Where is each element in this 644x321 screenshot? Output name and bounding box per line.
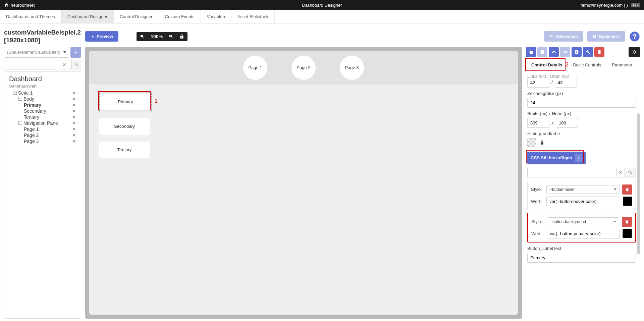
style-value-input[interactable] xyxy=(547,229,620,238)
style-name-select[interactable]: --button-hover xyxy=(546,185,620,194)
canvas-button-primary[interactable]: Primary xyxy=(100,94,151,110)
delete-icon[interactable]: ✕ xyxy=(72,120,76,126)
style-value-input[interactable] xyxy=(546,197,620,206)
right-panel-body: Links (px) / Oben (px) / Zeichengröße (p… xyxy=(526,73,640,319)
nav-bar: Page 1 Page 2 Page 3 xyxy=(89,51,518,85)
paste-button[interactable] xyxy=(537,47,547,57)
style-filter-search-button[interactable] xyxy=(625,168,636,177)
delete-style-button[interactable] xyxy=(622,184,632,195)
style-name-label: Style: xyxy=(531,219,544,224)
pos-left-input[interactable] xyxy=(527,78,549,88)
redo-button[interactable] xyxy=(560,47,570,57)
tree-item-body[interactable]: −Body ✕ xyxy=(9,96,76,102)
fontsize-input[interactable] xyxy=(527,98,636,108)
plus-icon xyxy=(73,50,78,55)
nav-button-page1[interactable]: Page 1 xyxy=(243,56,267,80)
clear-icon[interactable]: ✕ xyxy=(62,62,66,67)
cancel-button[interactable]: ✕ Abbrechen xyxy=(544,31,583,42)
nav-button-page2[interactable]: Page 2 xyxy=(291,56,316,80)
clear-bg-trash-icon[interactable] xyxy=(539,140,545,145)
tree-item-seite1[interactable]: −Seite 1 ✕ xyxy=(9,90,76,96)
delete-button[interactable] xyxy=(594,47,604,57)
navtab-asset-bibliothek[interactable]: Asset Bibliothek xyxy=(231,10,275,23)
tree-item-navpane[interactable]: −Navigation Pane ✕ xyxy=(9,120,76,126)
add-control-button[interactable] xyxy=(70,47,81,58)
double-chevron-right-icon xyxy=(632,49,637,55)
tree-item-tertiary[interactable]: Tertiary ✕ xyxy=(9,114,76,120)
delete-icon[interactable]: ✕ xyxy=(72,126,76,132)
style-filter-input[interactable] xyxy=(527,168,616,177)
collapse-icon[interactable]: − xyxy=(13,91,17,95)
zoom-value: 100% xyxy=(151,34,163,39)
height-input[interactable] xyxy=(556,118,578,128)
collapse-panel-button[interactable] xyxy=(629,47,640,57)
fontsize-label: Zeichengröße (px) xyxy=(527,91,636,96)
navtab-variablen[interactable]: Variablen xyxy=(201,10,231,23)
delete-icon[interactable]: ✕ xyxy=(72,139,76,144)
right-panel: Control Details 2 Basic Controls Paramet… xyxy=(526,47,640,319)
navtab-dashboards-themes[interactable]: Dashboards und Themes xyxy=(0,10,61,23)
undo-button[interactable] xyxy=(549,47,559,57)
control-select[interactable]: (Steuerelement auswählen) xyxy=(4,47,69,58)
navtab-custom-events[interactable]: Custom Events xyxy=(159,10,201,23)
tab-parameter[interactable]: Parameter xyxy=(606,59,638,71)
button-label-text-input[interactable] xyxy=(527,253,636,263)
delete-icon[interactable]: ✕ xyxy=(72,90,76,96)
trash-icon xyxy=(597,50,602,54)
navtab-dashboard-designer[interactable]: Dashboard Designer xyxy=(61,10,114,23)
delete-icon[interactable]: ✕ xyxy=(72,102,76,108)
tree-item-page2[interactable]: Page 2 ✕ xyxy=(9,132,76,138)
canvas-button-secondary[interactable]: Secondary xyxy=(99,118,150,135)
redo-icon xyxy=(563,50,568,54)
delete-icon[interactable]: ✕ xyxy=(72,108,76,114)
tree-item-page3[interactable]: Page 3 ✕ xyxy=(9,138,76,144)
right-tabs: Control Details 2 Basic Controls Paramet… xyxy=(526,59,640,71)
delete-icon[interactable]: ✕ xyxy=(72,96,76,102)
save-button[interactable]: Speichern xyxy=(587,31,625,42)
clear-icon[interactable]: ✕ xyxy=(616,168,625,177)
config-button[interactable] xyxy=(583,47,593,57)
help-icon[interactable]: ? xyxy=(629,31,640,42)
user-label[interactable]: femi@insynergie.com ( ) xyxy=(581,3,628,8)
keyboard-badge-icon[interactable]: A/к xyxy=(631,3,640,7)
navtab-control-designer[interactable]: Control Designer xyxy=(114,10,159,23)
chevron-down-icon xyxy=(63,51,66,53)
tab-basic-controls[interactable]: Basic Controls xyxy=(568,59,606,71)
save-icon xyxy=(593,35,597,39)
style-name-select[interactable]: --button-background xyxy=(547,217,619,226)
tree-item-secondary[interactable]: Secondary ✕ xyxy=(9,108,76,114)
bg-color-swatch[interactable] xyxy=(527,138,536,147)
pos-top-input[interactable] xyxy=(555,78,577,88)
chevron-down-icon xyxy=(614,189,616,190)
add-css-style-button[interactable]: CSS Stil hinzufügen xyxy=(527,152,586,164)
trash-icon xyxy=(625,187,630,192)
copy-button[interactable] xyxy=(526,47,536,57)
scrollbar[interactable] xyxy=(637,113,640,254)
zoom-in-icon[interactable] xyxy=(169,34,173,39)
save-icon xyxy=(574,50,579,54)
collapse-icon[interactable]: − xyxy=(18,97,22,101)
tree-search-button[interactable] xyxy=(72,60,81,69)
color-swatch[interactable] xyxy=(623,197,632,206)
zoom-out-icon[interactable] xyxy=(140,34,145,39)
width-input[interactable] xyxy=(527,118,549,128)
tree-item-page1[interactable]: Page 1 ✕ xyxy=(9,126,76,132)
style-block-hover: Style: --button-hover Wert: xyxy=(527,181,636,210)
canvas-button-tertiary[interactable]: Tertiary xyxy=(99,142,150,158)
tree-item-primary[interactable]: Primary ✕ xyxy=(9,102,76,108)
tab-control-details[interactable]: Control Details xyxy=(526,59,568,71)
nav-button-page3[interactable]: Page 3 xyxy=(340,56,364,80)
home-icon[interactable] xyxy=(4,3,9,7)
preview-button[interactable]: Preview xyxy=(85,31,118,42)
color-swatch[interactable] xyxy=(623,229,632,238)
canvas[interactable]: Page 1 Page 2 Page 3 Primary 1 Secondary… xyxy=(85,47,522,319)
search-icon xyxy=(628,170,633,175)
delete-style-button[interactable] xyxy=(622,217,632,227)
save-panel-button[interactable] xyxy=(572,47,582,57)
delete-icon[interactable]: ✕ xyxy=(72,132,76,138)
collapse-icon[interactable]: − xyxy=(18,121,22,125)
tree-search-input[interactable] xyxy=(4,60,72,69)
delete-icon[interactable]: ✕ xyxy=(72,114,76,120)
position-label-clipped: Links (px) / Oben (px) xyxy=(527,74,636,78)
unlock-icon[interactable] xyxy=(179,34,184,39)
